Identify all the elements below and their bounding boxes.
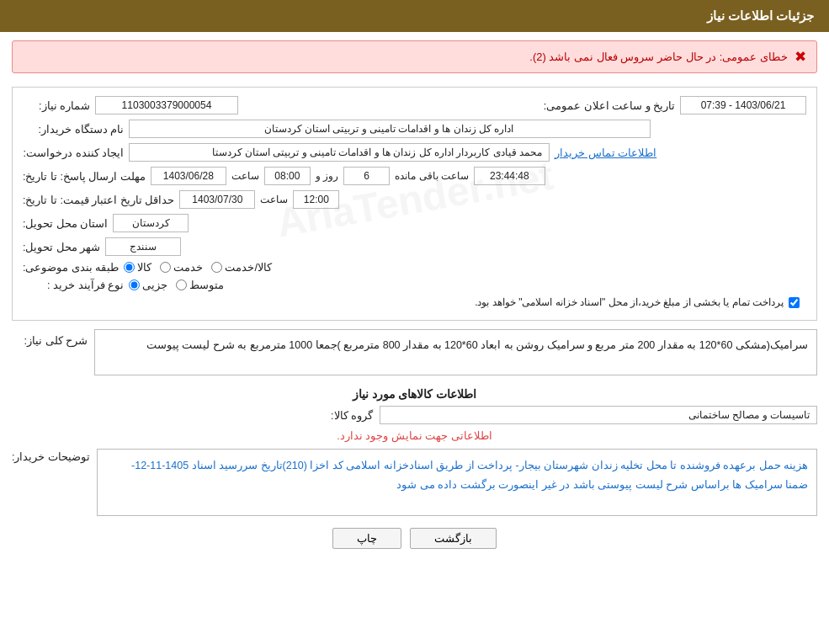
hadaqal-time-field: 12:00: [293, 190, 339, 209]
radio-khedmat-input[interactable]: [160, 262, 171, 273]
back-button[interactable]: بازگشت: [410, 528, 497, 549]
buyer-desc-label: توضیحات خریدار:: [12, 449, 90, 463]
sharh-label: شرح کلی نیاز:: [12, 329, 88, 347]
no-info-text: اطلاعاتی جهت نمایش وجود ندارد.: [12, 429, 817, 442]
mohlat-time-field: 08:00: [264, 167, 311, 185]
radio-motavasset-input[interactable]: [176, 279, 187, 290]
page-header: جزئیات اطلاعات نیاز: [0, 0, 829, 32]
tarikh-elan-field: 1403/06/21 - 07:39: [680, 96, 806, 114]
radio-jozii-input[interactable]: [129, 279, 140, 290]
kala-info-title: اطلاعات کالاهای مورد نیاز: [12, 387, 817, 401]
row-tabaqe: کالا/خدمت خدمت کالا طبقه بندی موضوعی:: [23, 261, 806, 274]
buttons-row: چاپ بازگشت: [12, 528, 817, 549]
radio-kala[interactable]: کالا: [124, 261, 151, 274]
nam-dastgah-field: اداره کل زندان ها و اقدامات تامینی و ترب…: [129, 120, 651, 138]
mohlat-remaining-field: 23:44:48: [474, 167, 545, 185]
row-noe-farayand: متوسط جزیی نوع فرآیند خرید :: [23, 279, 806, 291]
khedmat-label: خدمت: [173, 261, 203, 274]
row-ijad-konande: اطلاعات تماس خریدار محمد قیادی کاربردار …: [23, 143, 806, 162]
roz-va-label: روز و: [316, 170, 338, 182]
kala-khedmat-label: کالا/خدمت: [225, 261, 272, 274]
goroh-kala-label: گروه کالا:: [306, 409, 373, 422]
row-shomare-tarikh: 1403/06/21 - 07:39 تاریخ و ساعت اعلان عم…: [23, 96, 806, 114]
row-nam-dastgah: اداره کل زندان ها و اقدامات تامینی و ترب…: [23, 120, 806, 138]
farayand-radio-group: متوسط جزیی: [129, 279, 224, 291]
mohlat-days-field: 6: [343, 167, 390, 185]
info-section: AriaTender.net 1403/06/21 - 07:39 تاریخ …: [12, 87, 817, 321]
jozii-label: جزیی: [142, 279, 167, 291]
motavasset-label: متوسط: [189, 279, 224, 291]
pardakht-checkbox[interactable]: [789, 297, 800, 308]
error-icon: ✖: [794, 48, 806, 66]
mohlat-label: مهلت ارسال پاسخ: تا تاریخ:: [23, 170, 146, 183]
shomare-niaz-field: 1103003379000054: [95, 96, 238, 114]
radio-kala-input[interactable]: [124, 262, 135, 273]
buyer-desc-box: هزینه حمل برعهده فروشنده تا محل تخلیه زن…: [97, 449, 817, 516]
shahr-label: شهر محل تحویل:: [23, 241, 100, 253]
shomare-niaz-label: شماره نیاز:: [23, 99, 90, 112]
sharh-value-box: سرامیک(مشکی 60*120 به مقدار 200 متر مربع…: [94, 329, 817, 375]
radio-khedmat[interactable]: خدمت: [160, 261, 203, 274]
tamas-kharidad-link[interactable]: اطلاعات تماس خریدار: [555, 146, 656, 159]
goroh-kala-row: تاسیسات و مصالح ساختمانی گروه کالا:: [12, 406, 817, 424]
hadaqal-date-field: 1403/07/30: [179, 190, 255, 209]
error-bar: ✖ خطای عمومی: در حال حاضر سروس فعال نمی …: [12, 40, 817, 73]
ostan-field: کردستان: [113, 214, 189, 232]
tarikh-elan-label: تاریخ و ساعت اعلان عمومی:: [544, 99, 675, 112]
goods-section: تاسیسات و مصالح ساختمانی گروه کالا: اطلا…: [12, 406, 817, 442]
noe-farayand-label: نوع فرآیند خرید :: [23, 279, 124, 291]
nam-dastgah-label: نام دستگاه خریدار:: [23, 123, 124, 136]
ostan-label: استان محل تحویل:: [23, 217, 108, 230]
tabaqe-radio-group: کالا/خدمت خدمت کالا: [124, 261, 272, 274]
sahat-baqi-label: ساعت باقی مانده: [395, 170, 469, 182]
row-ostan: کردستان استان محل تحویل:: [23, 214, 806, 232]
error-message: خطای عمومی: در حال حاضر سروس فعال نمی با…: [529, 51, 788, 63]
sahat-label2: ساعت: [231, 170, 259, 182]
kala-label: کالا: [137, 261, 151, 274]
row-mohlat: 23:44:48 ساعت باقی مانده 6 روز و 08:00 س…: [23, 167, 806, 185]
buyer-desc-row: هزینه حمل برعهده فروشنده تا محل تخلیه زن…: [12, 449, 817, 516]
ijad-konande-field: محمد قیادی کاربردار اداره کل زندان ها و …: [129, 143, 550, 162]
ijad-konande-label: ایجاد کننده درخواست:: [23, 146, 124, 159]
shahr-field: سنندج: [105, 237, 181, 256]
sharh-section: سرامیک(مشکی 60*120 به مقدار 200 متر مربع…: [12, 329, 817, 381]
row-hadaqal: 12:00 ساعت 1403/07/30 حداقل تاریخ اعتبار…: [23, 190, 806, 209]
radio-kala-khedmat[interactable]: کالا/خدمت: [211, 261, 272, 274]
header-title: جزئیات اطلاعات نیاز: [707, 8, 814, 23]
row-shahr: سنندج شهر محل تحویل:: [23, 237, 806, 256]
hadaqal-label: حداقل تاریخ اعتبار قیمت: تا تاریخ:: [23, 194, 174, 206]
row-pardakht: پرداخت تمام یا بخشی از مبلغ خرید،از محل …: [23, 296, 806, 308]
print-button[interactable]: چاپ: [332, 528, 401, 549]
radio-kala-khedmat-input[interactable]: [211, 262, 222, 273]
goroh-kala-field: تاسیسات و مصالح ساختمانی: [380, 406, 817, 424]
radio-jozii[interactable]: جزیی: [129, 279, 167, 291]
radio-motavasset[interactable]: متوسط: [176, 279, 224, 291]
mohlat-date-field: 1403/06/28: [151, 167, 226, 185]
pardakht-label: پرداخت تمام یا بخشی از مبلغ خرید،از محل …: [475, 296, 784, 308]
tabaqe-label: طبقه بندی موضوعی:: [23, 261, 119, 274]
sahat-label3: ساعت: [260, 194, 288, 205]
